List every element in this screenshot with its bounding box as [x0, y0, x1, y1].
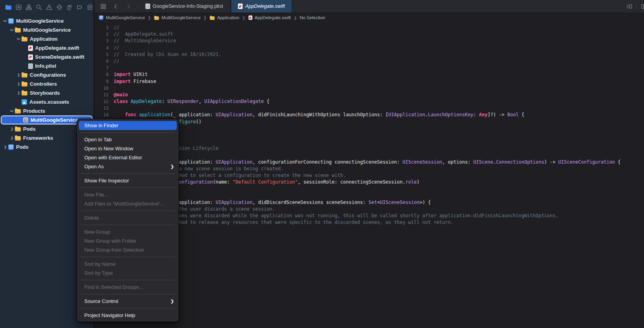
folder-file-icon — [154, 16, 159, 20]
menu-item-new-group: New Group — [77, 227, 179, 236]
menu-item-delete: Delete — [77, 213, 179, 222]
code-text: class AppDelegate: UIResponder, UIApplic… — [114, 98, 269, 105]
menu-item-source-control[interactable]: Source Control❯ — [77, 297, 179, 306]
code-token: import — [114, 79, 131, 84]
breadcrumb-item-multigoogleservice[interactable]: MultiGoogleService — [98, 15, 145, 20]
folder-file-icon — [15, 109, 21, 114]
chevron-right-icon[interactable] — [125, 3, 132, 10]
chevron-left-icon[interactable] — [112, 3, 119, 10]
tab-overview-icon[interactable] — [100, 3, 107, 10]
debug-icon[interactable] — [66, 4, 73, 11]
line-number: 2 — [94, 31, 114, 38]
disclosure-chevron-icon[interactable]: ❯ — [16, 91, 22, 95]
menu-item-show-file-inspector[interactable]: Show File Inspector — [77, 176, 179, 185]
submenu-chevron-icon: ❯ — [171, 164, 174, 169]
tree-item-label: Frameworks — [23, 135, 53, 141]
disclosure-chevron-icon[interactable]: ❯ — [16, 37, 22, 41]
tests-icon[interactable] — [56, 4, 63, 11]
issues-icon[interactable] — [46, 4, 53, 11]
code-token: class — [114, 99, 128, 104]
tree-item-controllers[interactable]: ❯Controllers — [0, 79, 94, 88]
menu-item-label: Open in New Window — [84, 146, 133, 151]
code-token: @main — [114, 92, 128, 97]
tree-item-multigoogleservice[interactable]: ❯MultiGoogleService — [0, 25, 94, 34]
breadcrumb-item-appdelegate-swift[interactable]: AppDelegate.swift — [248, 15, 291, 20]
disclosure-chevron-icon[interactable]: ❯ — [2, 145, 8, 149]
menu-item-project-navigator-help[interactable]: Project Navigator Help — [77, 311, 179, 320]
code-token: LaunchOptionsKey — [428, 112, 473, 117]
line-number: 12 — [94, 98, 114, 105]
tree-item-info-plist[interactable]: Info.plist — [0, 61, 94, 70]
menu-separator — [81, 187, 175, 188]
menu-separator — [81, 132, 175, 133]
menu-item-sort-by-name: Sort by Name — [77, 260, 179, 269]
disclosure-chevron-icon[interactable]: ❯ — [9, 109, 15, 113]
breakpoints-icon[interactable] — [76, 4, 83, 11]
find-icon[interactable] — [36, 4, 42, 11]
tree-item-multigoogleservice[interactable]: ❯MultiGoogleService — [0, 16, 94, 25]
tree-item-label: MultiGoogleService — [16, 18, 63, 24]
breadcrumb-item-application[interactable]: Application — [209, 15, 239, 20]
disclosure-chevron-icon[interactable]: ❯ — [2, 19, 8, 23]
folder-file-icon — [210, 16, 215, 20]
menu-item-open-as[interactable]: Open As❯ — [77, 162, 179, 171]
xcodeproj-file-icon — [8, 18, 14, 24]
menu-item-new-group-with-folder: New Group with Folder — [77, 236, 179, 245]
code-token: UIApplication — [388, 112, 425, 117]
code-token: // If any sessions were discarded while … — [136, 213, 558, 218]
code-token: // Use this method to release any resour… — [136, 220, 454, 225]
menu-item-open-in-tab[interactable]: Open in Tab — [77, 135, 179, 144]
tree-item-storyboards[interactable]: ❯Storyboards — [0, 88, 94, 97]
symbols-icon[interactable] — [25, 4, 32, 11]
menu-item-label: Open with External Editor — [84, 155, 142, 160]
menu-item-find-in-selected-groups-: Find in Selected Groups... — [77, 283, 179, 292]
code-token: UIApplication — [216, 200, 252, 205]
code-token: { — [519, 112, 524, 117]
folder-file-icon — [22, 82, 27, 87]
xcode-window: ❯MultiGoogleService❯MultiGoogleService❯A… — [0, 0, 644, 328]
editor-tab-appdelegate-swift[interactable]: AppDelegate.swift — [231, 0, 292, 13]
code-token: UIApplicationDelegate — [204, 99, 264, 104]
add-editor-icon[interactable] — [641, 3, 644, 10]
disclosure-chevron-icon[interactable]: ❯ — [9, 127, 15, 131]
menu-item-open-with-external-editor[interactable]: Open with External Editor — [77, 153, 179, 162]
code-token: , configurationForConnecting connectingS… — [252, 159, 403, 165]
code-token: () — [196, 119, 201, 124]
menu-item-open-in-new-window[interactable]: Open in New Window — [77, 144, 179, 153]
tree-item-appdelegate-swift[interactable]: AppDelegate.swift — [0, 43, 94, 52]
disclosure-chevron-icon[interactable]: ❯ — [9, 136, 15, 140]
project-navigator-icon[interactable] — [5, 4, 12, 11]
tree-item-configurations[interactable]: ❯Configurations — [0, 70, 94, 79]
tree-item-label: MultiGoogleService — [23, 27, 71, 33]
tree-item-label: Application — [30, 36, 58, 42]
menu-item-label: Project Navigator Help — [84, 312, 135, 318]
breadcrumb-item-no-selection[interactable]: No Selection — [299, 15, 325, 20]
code-token: ) — [417, 179, 419, 185]
code-text: func application(_ application: UIApplic… — [114, 112, 524, 118]
editor-tab-googleservice-info-staging-plist[interactable]: GoogleService-Info-Staging.plist — [138, 0, 231, 13]
breadcrumb-label: MultiGoogleService — [106, 15, 145, 20]
breadcrumb-label: MultiGoogleService — [161, 15, 201, 20]
code-token: UIScene — [473, 159, 493, 165]
tree-item-products[interactable]: ❯Products — [0, 106, 94, 115]
tab-label: GoogleService-Info-Staging.plist — [153, 4, 223, 9]
breadcrumb-item-multigoogleservice[interactable]: MultiGoogleService — [154, 15, 201, 20]
line-number: 4 — [94, 45, 114, 51]
code-token: UISceneSession — [403, 159, 442, 165]
tree-item-application[interactable]: ❯Application — [0, 34, 94, 43]
menu-item-label: Open in Tab — [84, 137, 112, 142]
tree-item-assets-xcassets[interactable]: Assets.xcassets — [0, 97, 94, 106]
tabbar-right-controls — [626, 0, 644, 13]
folder-file-icon — [22, 73, 27, 77]
code-token: , — [199, 99, 204, 104]
tree-item-label: Pods — [23, 126, 36, 132]
source-control-icon[interactable] — [15, 4, 22, 11]
disclosure-chevron-icon[interactable]: ❯ — [9, 28, 15, 32]
disclosure-chevron-icon[interactable]: ❯ — [16, 82, 22, 86]
tree-item-scenedelegate-swift[interactable]: SceneDelegate.swift — [0, 52, 94, 61]
disclosure-chevron-icon[interactable]: ❯ — [16, 73, 22, 77]
tree-item-label: Products — [23, 108, 45, 114]
menu-item-show-in-finder[interactable]: Show in Finder — [79, 121, 177, 130]
reports-icon[interactable] — [87, 4, 93, 11]
editor-options-icon[interactable] — [626, 3, 633, 10]
